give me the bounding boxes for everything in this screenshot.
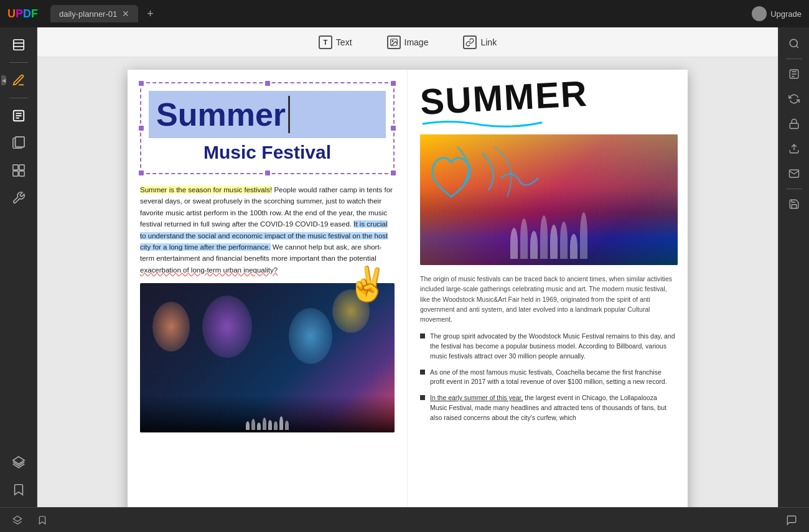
rsidebar-ocr[interactable]: [783, 63, 805, 85]
chat-button[interactable]: [782, 510, 802, 530]
svg-rect-13: [19, 171, 24, 176]
handwritten-title-container: SUMMER: [420, 80, 678, 127]
svg-rect-11: [19, 165, 24, 170]
highlighted-text-2: It is crucial to understand the social a…: [140, 220, 388, 251]
handwritten-title: SUMMER: [419, 75, 589, 120]
right-body-text: The origin of music festivals can be tra…: [420, 274, 678, 324]
svg-rect-12: [12, 171, 17, 176]
sidebar-item-organize[interactable]: [6, 158, 31, 183]
topbar: UPDF daily-planner-01 ✕ + Upgrade: [0, 0, 809, 27]
rsidebar-convert[interactable]: [783, 88, 805, 110]
rsidebar-divider-2: [786, 189, 802, 189]
handle-bm[interactable]: [265, 170, 270, 175]
svg-line-18: [796, 45, 798, 47]
handle-ml[interactable]: [139, 126, 144, 131]
right-sidebar: [778, 27, 809, 507]
tab-close-button[interactable]: ✕: [122, 9, 129, 19]
bullet-text-2: As one of the most famous music festival…: [430, 368, 675, 388]
bullet-item-1: The group spirit advocated by the Woodst…: [420, 332, 678, 361]
title-main-text: Summer: [156, 98, 286, 131]
text-tool[interactable]: T Text: [311, 32, 360, 53]
rsidebar-divider-1: [786, 58, 802, 59]
sidebar-divider-1: [9, 62, 28, 63]
squiggle-text: exacerbation of long-term urban inequali…: [140, 266, 278, 274]
sidebar-item-layers[interactable]: [6, 450, 31, 475]
bottom-bookmark-icon[interactable]: [32, 510, 52, 530]
bullet-marker-2: [420, 370, 425, 375]
document-tab[interactable]: daily-planner-01 ✕: [50, 5, 138, 22]
sidebar-item-pages[interactable]: [6, 131, 31, 156]
handle-tl[interactable]: [139, 81, 144, 86]
bullet-item-2: As one of the most famous music festival…: [420, 368, 678, 388]
bullet-text-1: The group spirit advocated by the Woodst…: [430, 332, 675, 361]
sidebar-item-bookmark[interactable]: [6, 477, 31, 502]
upgrade-button[interactable]: Upgrade: [752, 6, 802, 21]
festival-image: [420, 134, 678, 265]
sidebar-divider-2: [9, 98, 28, 98]
concert-image: [140, 283, 395, 432]
svg-rect-10: [12, 165, 17, 170]
link-tool-icon: [463, 35, 477, 49]
bottom-layers-icon[interactable]: [7, 510, 27, 530]
svg-marker-22: [13, 516, 21, 521]
tab-title: daily-planner-01: [59, 9, 117, 19]
main-area: ◀: [0, 27, 809, 507]
bottom-bar: [0, 507, 809, 532]
sidebar-item-reader[interactable]: [6, 32, 31, 57]
bullet-text-3: In the early summer of this year, the la…: [430, 393, 675, 422]
new-tab-button[interactable]: +: [143, 7, 157, 21]
handle-tr[interactable]: [391, 81, 396, 86]
rsidebar-lock[interactable]: [783, 113, 805, 135]
svg-rect-20: [790, 123, 798, 128]
link-tool-label: Link: [480, 37, 497, 47]
emoji-sticker: ✌️: [347, 264, 388, 304]
svg-rect-8: [15, 137, 24, 147]
title-background: Summer: [149, 91, 386, 138]
image-tool-label: Image: [404, 37, 429, 47]
svg-point-16: [392, 40, 393, 42]
bullet-marker-3: [420, 395, 425, 400]
document-page: Summer Music Festival Summer is the seas…: [128, 70, 688, 507]
sidebar-expand-arrow: ◀: [1, 75, 6, 85]
sidebar-item-edit[interactable]: [6, 103, 31, 128]
link-tool[interactable]: Link: [456, 32, 504, 53]
festival-scribble-overlay: [420, 134, 678, 265]
image-tool[interactable]: Image: [380, 32, 436, 53]
sidebar-item-tools[interactable]: [6, 185, 31, 210]
concert-image-wrapper: ✌️: [140, 283, 395, 432]
rsidebar-save[interactable]: [783, 193, 805, 215]
rsidebar-share[interactable]: [783, 138, 805, 160]
text-tool-icon: T: [319, 35, 332, 49]
rsidebar-email[interactable]: [783, 162, 805, 185]
handle-br[interactable]: [391, 170, 396, 175]
sidebar-item-annotate[interactable]: ◀: [6, 68, 31, 93]
handle-tm[interactable]: [265, 81, 270, 86]
right-column: SUMMER: [408, 70, 688, 507]
rsidebar-search[interactable]: [783, 32, 805, 55]
canvas-area[interactable]: Summer Music Festival Summer is the seas…: [37, 57, 778, 507]
body-text-block[interactable]: Summer is the season for music festivals…: [140, 184, 395, 276]
edit-toolbar: T Text Image Link: [37, 27, 778, 57]
bullet-marker-1: [420, 334, 425, 338]
underlined-text: In the early summer of this year,: [430, 394, 523, 401]
svg-point-17: [790, 39, 797, 47]
text-tool-label: Text: [336, 37, 352, 47]
user-avatar: [752, 6, 767, 21]
handle-mr[interactable]: [391, 126, 396, 131]
highlighted-text-1: Summer is the season for music festivals…: [140, 186, 272, 194]
bullet-list: The group spirit advocated by the Woodst…: [420, 332, 678, 422]
svg-rect-0: [13, 40, 24, 50]
left-column: Summer Music Festival Summer is the seas…: [128, 70, 408, 507]
bullet-item-3: In the early summer of this year, the la…: [420, 393, 678, 422]
title-subtitle-text: Music Festival: [149, 138, 386, 166]
image-tool-icon: [387, 35, 401, 49]
content-wrapper: T Text Image Link: [37, 27, 778, 507]
upgrade-label: Upgrade: [770, 9, 802, 19]
title-block[interactable]: Summer Music Festival: [140, 82, 395, 174]
text-cursor: [288, 96, 290, 133]
title-underline-scribble: [420, 118, 545, 130]
app-logo: UPDF: [7, 7, 38, 21]
handle-bl[interactable]: [139, 170, 144, 175]
left-sidebar: ◀: [0, 27, 37, 507]
